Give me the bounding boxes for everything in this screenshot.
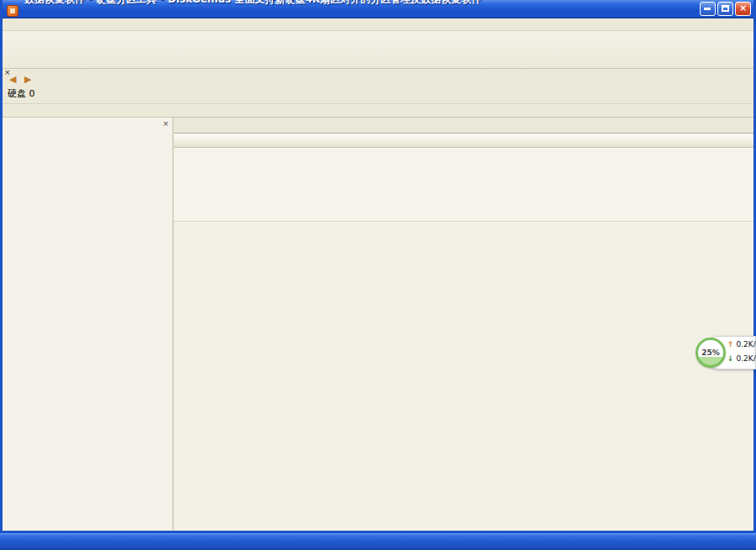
desktop: 数据恢复软件 - 硬盘分区工具 - DiskGenius 全面支持新硬盘4K扇区… [0, 0, 756, 550]
disk-selector-label: 硬盘 0 [8, 87, 35, 100]
disk-layout-panel: × ◀ ▶ 硬盘 0 [3, 69, 753, 104]
window-title: 数据恢复软件 - 硬盘分区工具 - DiskGenius 全面支持新硬盘4K扇区… [24, 0, 695, 7]
minimize-button[interactable] [700, 2, 716, 16]
maximize-button[interactable] [717, 2, 733, 16]
main-area: × [3, 118, 753, 532]
disk-layout-bar [53, 72, 748, 101]
disk-info-bar [3, 104, 753, 118]
partition-tree: × [3, 118, 174, 532]
right-panel [174, 118, 753, 532]
partition-table [174, 133, 753, 221]
close-button[interactable]: × [735, 2, 751, 16]
table-header-row [174, 134, 753, 148]
download-speed: 0.2K/S [736, 354, 756, 363]
cpu-percent-badge[interactable]: 25% [696, 338, 726, 368]
tab-strip [174, 118, 753, 133]
menu-bar [3, 18, 753, 31]
app-icon [7, 5, 18, 17]
up-arrow-icon: ↑ [727, 340, 734, 348]
upload-speed: 0.2K/S [736, 340, 756, 348]
prev-disk-button[interactable]: ◀ [9, 74, 18, 85]
taskbar [0, 533, 756, 550]
down-arrow-icon: ↓ [727, 354, 734, 363]
title-bar[interactable]: 数据恢复软件 - 硬盘分区工具 - DiskGenius 全面支持新硬盘4K扇区… [3, 0, 753, 18]
diskgenius-window: 数据恢复软件 - 硬盘分区工具 - DiskGenius 全面支持新硬盘4K扇区… [0, 0, 756, 533]
speed-monitor-widget[interactable]: 25% ↑ 0.2K/S ↓ 0.2K/S [696, 334, 756, 371]
tree-close-icon[interactable]: × [162, 119, 169, 128]
toolbar [3, 31, 753, 69]
disk-details-panel [174, 221, 753, 532]
next-disk-button[interactable]: ▶ [24, 74, 34, 85]
